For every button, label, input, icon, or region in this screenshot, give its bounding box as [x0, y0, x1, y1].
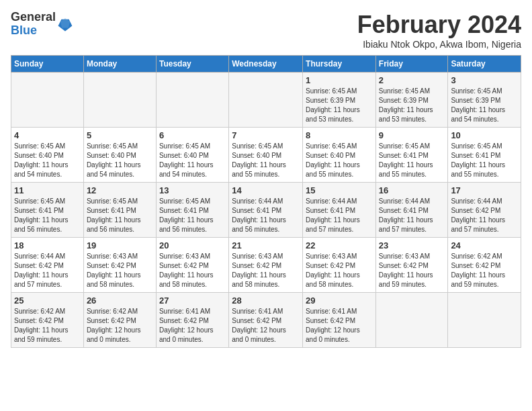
day-number: 19 [87, 240, 153, 250]
day-number: 22 [306, 240, 373, 250]
day-detail: Sunrise: 6:42 AMSunset: 6:42 PMDaylight:… [87, 307, 153, 345]
day-number: 12 [87, 185, 153, 195]
day-number: 18 [14, 240, 81, 250]
calendar-body: 1Sunrise: 6:45 AMSunset: 6:39 PMDaylight… [11, 73, 521, 348]
calendar-table: SundayMondayTuesdayWednesdayThursdayFrid… [11, 55, 521, 348]
day-detail: Sunrise: 6:41 AMSunset: 6:42 PMDaylight:… [232, 307, 300, 345]
day-detail: Sunrise: 6:45 AMSunset: 6:40 PMDaylight:… [14, 142, 81, 179]
day-detail: Sunrise: 6:44 AMSunset: 6:41 PMDaylight:… [232, 197, 300, 234]
day-number: 5 [87, 130, 153, 140]
day-detail: Sunrise: 6:43 AMSunset: 6:42 PMDaylight:… [87, 252, 153, 289]
calendar-week-row: 18Sunrise: 6:44 AMSunset: 6:42 PMDayligh… [11, 238, 521, 293]
calendar-cell [375, 293, 448, 348]
calendar-cell: 7Sunrise: 6:45 AMSunset: 6:40 PMDaylight… [229, 128, 303, 183]
calendar-cell: 12Sunrise: 6:45 AMSunset: 6:41 PMDayligh… [83, 183, 156, 238]
day-detail: Sunrise: 6:43 AMSunset: 6:42 PMDaylight:… [379, 252, 445, 289]
calendar-cell: 19Sunrise: 6:43 AMSunset: 6:42 PMDayligh… [83, 238, 156, 293]
calendar-cell: 27Sunrise: 6:41 AMSunset: 6:42 PMDayligh… [156, 293, 228, 348]
month-title: February 2024 [357, 11, 521, 39]
logo-blue: Blue [11, 24, 56, 38]
calendar-cell: 10Sunrise: 6:45 AMSunset: 6:41 PMDayligh… [448, 128, 521, 183]
weekday-header-saturday: Saturday [448, 56, 521, 73]
day-detail: Sunrise: 6:44 AMSunset: 6:41 PMDaylight:… [379, 197, 445, 234]
weekday-header-friday: Friday [375, 56, 448, 73]
logo-icon [57, 16, 73, 32]
day-detail: Sunrise: 6:45 AMSunset: 6:40 PMDaylight:… [87, 142, 153, 179]
calendar-week-row: 25Sunrise: 6:42 AMSunset: 6:42 PMDayligh… [11, 293, 521, 348]
calendar-cell: 29Sunrise: 6:41 AMSunset: 6:42 PMDayligh… [303, 293, 376, 348]
calendar-cell: 16Sunrise: 6:44 AMSunset: 6:41 PMDayligh… [375, 183, 448, 238]
day-number: 29 [306, 295, 373, 306]
weekday-header-monday: Monday [83, 56, 156, 73]
day-detail: Sunrise: 6:45 AMSunset: 6:40 PMDaylight:… [159, 142, 226, 179]
calendar-week-row: 11Sunrise: 6:45 AMSunset: 6:41 PMDayligh… [11, 183, 521, 238]
logo: General Blue [11, 11, 73, 38]
day-detail: Sunrise: 6:45 AMSunset: 6:41 PMDaylight:… [14, 197, 81, 234]
calendar-cell [156, 73, 228, 128]
day-number: 23 [379, 240, 445, 250]
day-number: 27 [159, 295, 226, 306]
calendar-cell: 3Sunrise: 6:45 AMSunset: 6:39 PMDaylight… [448, 73, 521, 128]
day-number: 9 [379, 130, 445, 140]
day-detail: Sunrise: 6:45 AMSunset: 6:41 PMDaylight:… [451, 142, 518, 179]
calendar-cell [11, 73, 84, 128]
calendar-cell: 1Sunrise: 6:45 AMSunset: 6:39 PMDaylight… [303, 73, 376, 128]
calendar-cell: 5Sunrise: 6:45 AMSunset: 6:40 PMDaylight… [83, 128, 156, 183]
day-number: 20 [159, 240, 226, 250]
calendar-cell: 2Sunrise: 6:45 AMSunset: 6:39 PMDaylight… [375, 73, 448, 128]
day-detail: Sunrise: 6:44 AMSunset: 6:42 PMDaylight:… [451, 197, 518, 234]
calendar-cell: 8Sunrise: 6:45 AMSunset: 6:40 PMDaylight… [303, 128, 376, 183]
calendar-cell: 6Sunrise: 6:45 AMSunset: 6:40 PMDaylight… [156, 128, 228, 183]
day-number: 6 [159, 130, 226, 140]
day-detail: Sunrise: 6:45 AMSunset: 6:40 PMDaylight:… [232, 142, 300, 179]
day-number: 24 [451, 240, 518, 250]
day-number: 2 [379, 75, 445, 85]
logo-general: General [11, 11, 56, 24]
page-header: General Blue February 2024 Ibiaku Ntok O… [11, 11, 521, 50]
day-number: 10 [451, 130, 518, 140]
day-detail: Sunrise: 6:42 AMSunset: 6:42 PMDaylight:… [451, 252, 518, 289]
day-detail: Sunrise: 6:45 AMSunset: 6:41 PMDaylight:… [87, 197, 153, 234]
calendar-cell: 23Sunrise: 6:43 AMSunset: 6:42 PMDayligh… [375, 238, 448, 293]
calendar-cell: 25Sunrise: 6:42 AMSunset: 6:42 PMDayligh… [11, 293, 84, 348]
weekday-header-tuesday: Tuesday [156, 56, 228, 73]
day-number: 4 [14, 130, 81, 140]
day-number: 7 [232, 130, 300, 140]
day-detail: Sunrise: 6:45 AMSunset: 6:40 PMDaylight:… [306, 142, 373, 179]
day-number: 28 [232, 295, 300, 306]
weekday-header-thursday: Thursday [303, 56, 376, 73]
day-number: 8 [306, 130, 373, 140]
day-detail: Sunrise: 6:45 AMSunset: 6:39 PMDaylight:… [379, 87, 445, 124]
weekday-header-wednesday: Wednesday [229, 56, 303, 73]
logo-text: General Blue [11, 11, 56, 38]
day-detail: Sunrise: 6:43 AMSunset: 6:42 PMDaylight:… [232, 252, 300, 289]
calendar-cell: 20Sunrise: 6:43 AMSunset: 6:42 PMDayligh… [156, 238, 228, 293]
day-number: 1 [306, 75, 373, 85]
calendar-cell [448, 293, 521, 348]
calendar-cell: 28Sunrise: 6:41 AMSunset: 6:42 PMDayligh… [229, 293, 303, 348]
day-number: 25 [14, 295, 81, 306]
day-number: 3 [451, 75, 518, 85]
weekday-header-row: SundayMondayTuesdayWednesdayThursdayFrid… [11, 56, 521, 73]
day-detail: Sunrise: 6:43 AMSunset: 6:42 PMDaylight:… [306, 252, 373, 289]
day-number: 15 [306, 185, 373, 195]
day-number: 14 [232, 185, 300, 195]
day-number: 17 [451, 185, 518, 195]
day-detail: Sunrise: 6:42 AMSunset: 6:42 PMDaylight:… [14, 307, 81, 345]
day-detail: Sunrise: 6:45 AMSunset: 6:41 PMDaylight:… [159, 197, 226, 234]
calendar-cell: 24Sunrise: 6:42 AMSunset: 6:42 PMDayligh… [448, 238, 521, 293]
calendar-week-row: 4Sunrise: 6:45 AMSunset: 6:40 PMDaylight… [11, 128, 521, 183]
day-number: 11 [14, 185, 81, 195]
calendar-cell: 21Sunrise: 6:43 AMSunset: 6:42 PMDayligh… [229, 238, 303, 293]
day-number: 16 [379, 185, 445, 195]
day-detail: Sunrise: 6:43 AMSunset: 6:42 PMDaylight:… [159, 252, 226, 289]
calendar-cell: 18Sunrise: 6:44 AMSunset: 6:42 PMDayligh… [11, 238, 84, 293]
day-number: 13 [159, 185, 226, 195]
location-title: Ibiaku Ntok Okpo, Akwa Ibom, Nigeria [357, 39, 521, 50]
calendar-header: SundayMondayTuesdayWednesdayThursdayFrid… [11, 56, 521, 73]
day-detail: Sunrise: 6:44 AMSunset: 6:42 PMDaylight:… [14, 252, 81, 289]
calendar-cell: 22Sunrise: 6:43 AMSunset: 6:42 PMDayligh… [303, 238, 376, 293]
calendar-cell: 26Sunrise: 6:42 AMSunset: 6:42 PMDayligh… [83, 293, 156, 348]
calendar-cell: 15Sunrise: 6:44 AMSunset: 6:41 PMDayligh… [303, 183, 376, 238]
day-detail: Sunrise: 6:41 AMSunset: 6:42 PMDaylight:… [159, 307, 226, 345]
